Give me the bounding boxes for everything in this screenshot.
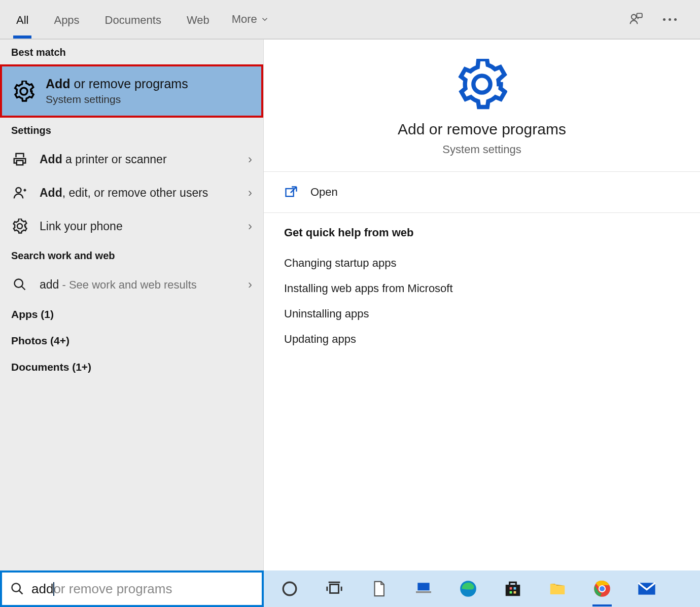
web-item-label: add - See work and web results bbox=[40, 278, 237, 292]
svg-point-2 bbox=[16, 188, 21, 193]
settings-item-label: Add, edit, or remove other users bbox=[40, 186, 237, 200]
svg-rect-7 bbox=[330, 585, 339, 593]
task-view-icon bbox=[326, 580, 343, 597]
topbar-right bbox=[628, 12, 687, 26]
chevron-right-icon: › bbox=[248, 186, 252, 200]
more-options-icon[interactable] bbox=[663, 18, 677, 21]
taskbar-document[interactable] bbox=[367, 577, 391, 600]
open-icon bbox=[284, 185, 298, 199]
svg-rect-13 bbox=[514, 587, 516, 590]
help-link-install-web[interactable]: Installing web apps from Microsoft bbox=[284, 276, 680, 301]
cortana-icon bbox=[281, 580, 298, 597]
svg-rect-11 bbox=[506, 585, 520, 596]
best-match-result[interactable]: Add or remove programs System settings bbox=[0, 64, 263, 118]
mail-icon bbox=[637, 579, 657, 599]
store-icon bbox=[503, 579, 522, 598]
group-apps[interactable]: Apps (1) bbox=[0, 301, 263, 328]
gear-icon bbox=[457, 59, 507, 110]
gear-icon bbox=[11, 218, 28, 235]
svg-rect-1 bbox=[637, 13, 642, 17]
help-section: Get quick help from web Changing startup… bbox=[264, 213, 700, 365]
taskbar-task-view[interactable] bbox=[323, 577, 346, 600]
chrome-icon bbox=[592, 579, 612, 598]
printer-icon bbox=[11, 151, 28, 168]
taskbar-file-explorer[interactable] bbox=[546, 577, 569, 600]
help-link-update[interactable]: Updating apps bbox=[284, 327, 680, 352]
search-typed-text: add bbox=[31, 581, 53, 597]
chevron-down-icon bbox=[260, 15, 269, 24]
preview-subtitle: System settings bbox=[442, 143, 521, 156]
search-icon bbox=[11, 276, 28, 293]
best-match-subtitle: System settings bbox=[46, 93, 188, 105]
svg-rect-12 bbox=[510, 587, 512, 590]
open-label: Open bbox=[310, 186, 338, 199]
filter-tabs: All Apps Documents Web More bbox=[13, 3, 269, 37]
settings-item-printer[interactable]: Add a printer or scanner › bbox=[0, 142, 263, 176]
help-header: Get quick help from web bbox=[284, 226, 680, 239]
search-filter-bar: All Apps Documents Web More bbox=[0, 0, 700, 40]
tab-more[interactable]: More bbox=[232, 13, 269, 26]
feedback-icon[interactable] bbox=[628, 12, 643, 26]
settings-header: Settings bbox=[0, 118, 263, 142]
tab-documents[interactable]: Documents bbox=[102, 3, 164, 37]
results-panel: Best match Add or remove programs System… bbox=[0, 40, 264, 570]
taskbar-edge[interactable] bbox=[457, 577, 480, 600]
chevron-right-icon: › bbox=[248, 277, 252, 292]
svg-point-18 bbox=[600, 586, 605, 591]
help-link-startup[interactable]: Changing startup apps bbox=[284, 251, 680, 276]
taskbar-cortana[interactable] bbox=[278, 577, 301, 600]
tab-web[interactable]: Web bbox=[184, 3, 213, 37]
tab-apps[interactable]: Apps bbox=[51, 3, 82, 37]
best-match-header: Best match bbox=[0, 40, 263, 64]
svg-rect-4 bbox=[286, 189, 294, 196]
taskbar-mail[interactable] bbox=[635, 577, 658, 600]
search-box[interactable]: add or remove programs bbox=[0, 570, 264, 607]
folder-icon bbox=[548, 579, 567, 598]
chevron-right-icon: › bbox=[248, 219, 252, 233]
open-action[interactable]: Open bbox=[264, 172, 700, 212]
svg-rect-14 bbox=[510, 591, 512, 594]
group-documents[interactable]: Documents (1+) bbox=[0, 354, 263, 380]
search-ghost-text: or remove programs bbox=[53, 581, 172, 597]
svg-point-6 bbox=[283, 582, 296, 595]
chevron-right-icon: › bbox=[248, 152, 252, 166]
help-link-uninstall[interactable]: Uninstalling apps bbox=[284, 301, 680, 327]
best-match-text: Add or remove programs System settings bbox=[46, 77, 188, 105]
settings-item-label: Add a printer or scanner bbox=[40, 153, 237, 166]
preview-title: Add or remove programs bbox=[398, 121, 566, 138]
document-icon bbox=[370, 580, 388, 597]
edge-icon bbox=[459, 579, 478, 598]
taskbar-store[interactable] bbox=[501, 577, 524, 600]
svg-point-5 bbox=[12, 584, 20, 592]
settings-item-users[interactable]: Add, edit, or remove other users › bbox=[0, 176, 263, 209]
search-input[interactable]: add or remove programs bbox=[31, 581, 254, 597]
taskbar-chrome[interactable] bbox=[590, 577, 614, 600]
svg-rect-15 bbox=[514, 591, 516, 594]
taskbar-laptop[interactable] bbox=[412, 577, 435, 600]
svg-rect-8 bbox=[417, 583, 429, 590]
tab-more-label: More bbox=[232, 13, 257, 26]
group-photos[interactable]: Photos (4+) bbox=[0, 328, 263, 354]
bottom-bar: add or remove programs bbox=[0, 570, 700, 607]
best-match-title: Add or remove programs bbox=[46, 77, 188, 91]
svg-rect-9 bbox=[416, 591, 431, 593]
web-search-item[interactable]: add - See work and web results › bbox=[0, 268, 263, 301]
user-plus-icon bbox=[11, 184, 28, 201]
settings-item-label: Link your phone bbox=[40, 220, 237, 233]
web-header: Search work and web bbox=[0, 243, 263, 268]
svg-point-3 bbox=[15, 279, 23, 288]
svg-point-0 bbox=[632, 15, 636, 19]
search-icon bbox=[10, 582, 24, 596]
taskbar bbox=[264, 570, 700, 607]
preview-panel: Add or remove programs System settings O… bbox=[264, 40, 700, 570]
settings-item-phone[interactable]: Link your phone › bbox=[0, 209, 263, 243]
laptop-icon bbox=[413, 579, 434, 599]
preview-header: Add or remove programs System settings bbox=[264, 40, 700, 171]
tab-all[interactable]: All bbox=[13, 3, 31, 37]
gear-icon bbox=[13, 81, 34, 102]
main-content: Best match Add or remove programs System… bbox=[0, 40, 700, 570]
